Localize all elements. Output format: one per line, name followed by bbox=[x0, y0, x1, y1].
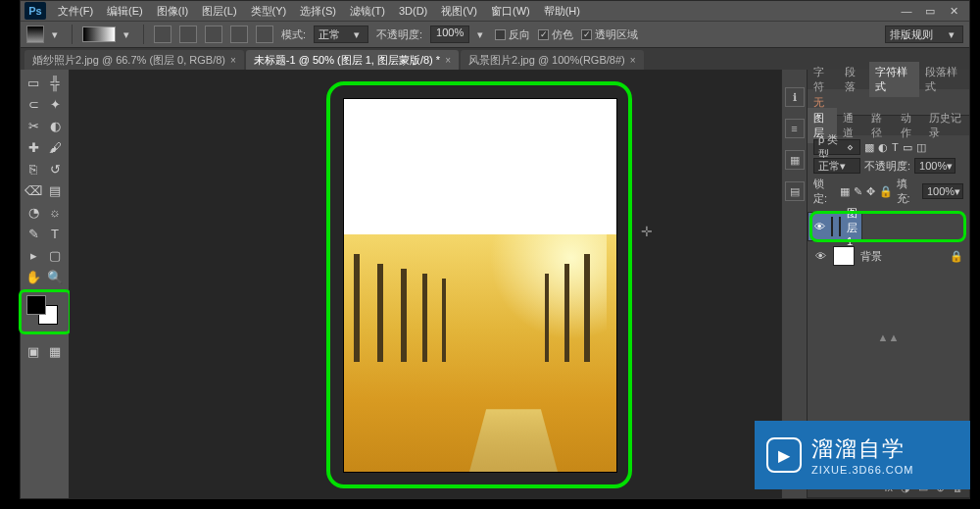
angle-gradient-icon[interactable] bbox=[205, 25, 222, 43]
menu-file[interactable]: 文件(F) bbox=[52, 2, 99, 21]
menu-layer[interactable]: 图层(L) bbox=[196, 2, 242, 21]
eyedropper-tool[interactable]: ◐ bbox=[44, 115, 66, 136]
menu-view[interactable]: 视图(V) bbox=[435, 2, 483, 21]
layer-fill-input[interactable]: 100%▾ bbox=[922, 183, 963, 199]
window-minimize-icon[interactable]: — bbox=[895, 3, 918, 19]
blur-tool[interactable]: ◔ bbox=[23, 201, 44, 223]
crop-tool[interactable]: ✂ bbox=[23, 115, 44, 136]
layout-rule-select[interactable]: 排版规则▾ bbox=[885, 25, 963, 43]
reflected-gradient-icon[interactable] bbox=[230, 25, 248, 43]
diamond-gradient-icon[interactable] bbox=[256, 25, 273, 43]
stamp-tool[interactable]: ⎘ bbox=[23, 158, 44, 179]
chevron-down-icon[interactable]: ▾ bbox=[123, 28, 133, 41]
gradient-preview[interactable] bbox=[82, 26, 116, 42]
chevron-down-icon[interactable]: ▾ bbox=[52, 28, 62, 41]
options-bar: ▾ ▾ 模式: 正常▾ 不透明度: 100% ▾ 反向 ✓仿色 ✓透明区域 排版… bbox=[21, 21, 969, 48]
menu-type[interactable]: 类型(Y) bbox=[245, 2, 293, 21]
filter-shape-icon[interactable]: ▭ bbox=[903, 141, 912, 154]
filter-smart-icon[interactable]: ◫ bbox=[916, 141, 926, 154]
lock-label: 锁定: bbox=[813, 177, 836, 206]
opacity-label: 不透明度: bbox=[864, 159, 910, 174]
color-swatches[interactable] bbox=[23, 293, 67, 332]
center-marker-icon: ✛ bbox=[641, 224, 653, 239]
hand-tool[interactable]: ✋ bbox=[23, 266, 44, 287]
path-select-tool[interactable]: ▸ bbox=[23, 244, 44, 266]
fill-label: 填充: bbox=[897, 177, 919, 206]
menu-help[interactable]: 帮助(H) bbox=[538, 2, 586, 21]
healing-tool[interactable]: ✚ bbox=[23, 136, 44, 158]
play-icon: ▶ bbox=[766, 437, 802, 473]
mode-select[interactable]: 正常▾ bbox=[314, 25, 368, 43]
info-panel-icon[interactable]: ℹ bbox=[785, 87, 805, 107]
close-icon[interactable]: × bbox=[230, 55, 236, 66]
move-tool[interactable]: ╬ bbox=[44, 72, 66, 93]
gradient-tool[interactable]: ▤ bbox=[44, 179, 66, 201]
lock-trans-icon[interactable]: ▦ bbox=[840, 185, 850, 198]
window-maximize-icon[interactable]: ▭ bbox=[918, 3, 942, 19]
menu-select[interactable]: 选择(S) bbox=[294, 2, 342, 21]
lock-pixels-icon[interactable]: ✎ bbox=[854, 185, 862, 198]
foreground-color-swatch[interactable] bbox=[26, 295, 46, 315]
blend-mode-select[interactable]: 正常▾ bbox=[813, 158, 860, 174]
menu-3d[interactable]: 3D(D) bbox=[393, 3, 433, 19]
pen-tool[interactable]: ✎ bbox=[23, 223, 44, 244]
magic-wand-tool[interactable]: ✦ bbox=[44, 93, 66, 115]
layer-thumbnail[interactable] bbox=[831, 217, 833, 236]
shape-tool[interactable]: ▢ bbox=[44, 244, 66, 266]
dodge-tool[interactable]: ☼ bbox=[44, 201, 66, 223]
layer-thumbnail[interactable] bbox=[833, 246, 855, 266]
lasso-tool[interactable]: ⊂ bbox=[23, 93, 44, 115]
close-icon[interactable]: × bbox=[630, 55, 636, 66]
document-tab[interactable]: 风景图片2.jpg @ 100%(RGB/8#)× bbox=[461, 50, 644, 70]
chevron-down-icon[interactable]: ▾ bbox=[477, 28, 487, 41]
lock-position-icon[interactable]: ✥ bbox=[866, 185, 875, 198]
lock-all-icon[interactable]: 🔒 bbox=[879, 185, 893, 198]
window-close-icon[interactable]: ✕ bbox=[942, 3, 965, 19]
menu-filter[interactable]: 滤镜(T) bbox=[344, 2, 391, 21]
marquee-tool[interactable]: ▭ bbox=[23, 72, 44, 93]
filter-pixel-icon[interactable]: ▩ bbox=[864, 141, 874, 154]
type-tool[interactable]: T bbox=[44, 223, 66, 244]
transparency-checkbox[interactable]: ✓透明区域 bbox=[581, 27, 638, 42]
reverse-checkbox[interactable]: 反向 bbox=[495, 27, 530, 42]
mode-label: 模式: bbox=[281, 27, 306, 42]
opacity-input[interactable]: 100% bbox=[430, 25, 469, 43]
filter-type-icon[interactable]: T bbox=[892, 141, 899, 153]
zoom-tool[interactable]: 🔍 bbox=[44, 266, 66, 287]
lock-icon: 🔒 bbox=[950, 250, 963, 263]
tab-paragraph[interactable]: 段落 bbox=[839, 62, 870, 97]
decorative-icon: ▲▲ bbox=[808, 331, 969, 343]
close-icon[interactable]: × bbox=[445, 55, 451, 66]
layer-kind-filter[interactable]: ρ 类型⋄ bbox=[813, 139, 860, 155]
quickmask-toggle[interactable]: ▣ bbox=[23, 340, 44, 362]
layer-name[interactable]: 背景 bbox=[860, 249, 882, 264]
layer-opacity-input[interactable]: 100%▾ bbox=[914, 158, 956, 174]
layer-row[interactable]: 👁 背景 🔒 bbox=[808, 241, 969, 271]
tab-para-style[interactable]: 段落样式 bbox=[919, 62, 969, 97]
tab-char-style[interactable]: 字符样式 bbox=[869, 62, 919, 97]
gradient-tool-icon[interactable] bbox=[26, 25, 44, 43]
brush-tool[interactable]: 🖌 bbox=[44, 136, 66, 158]
menu-window[interactable]: 窗口(W) bbox=[485, 2, 536, 21]
eraser-tool[interactable]: ⌫ bbox=[23, 179, 44, 201]
menu-bar: Ps 文件(F) 编辑(E) 图像(I) 图层(L) 类型(Y) 选择(S) 滤… bbox=[21, 1, 969, 21]
radial-gradient-icon[interactable] bbox=[179, 25, 197, 43]
dither-checkbox[interactable]: ✓仿色 bbox=[538, 27, 573, 42]
menu-edit[interactable]: 编辑(E) bbox=[101, 2, 149, 21]
visibility-toggle-icon[interactable]: 👁 bbox=[813, 250, 827, 262]
toolbox: ▭ ╬ ⊂ ✦ ✂ ◐ ✚ 🖌 ⎘ ↺ ⌫ ▤ ◔ ☼ ✎ T ▸ ▢ ✋ 🔍 bbox=[21, 70, 70, 498]
filter-adjust-icon[interactable]: ◐ bbox=[878, 141, 888, 154]
styles-panel-icon[interactable]: ▤ bbox=[785, 181, 805, 201]
tab-character[interactable]: 字符 bbox=[808, 62, 839, 97]
canvas-area[interactable]: ✛ bbox=[70, 70, 781, 498]
screenmode-toggle[interactable]: ▦ bbox=[44, 340, 66, 362]
document-tab[interactable]: 未标题-1 @ 50% (图层 1, 图层蒙版/8) *× bbox=[246, 50, 459, 70]
watermark-title: 溜溜自学 bbox=[811, 434, 913, 464]
watermark: ▶ 溜溜自学 ZIXUE.3D66.COM bbox=[755, 421, 970, 489]
ruler-panel-icon[interactable]: ≡ bbox=[785, 119, 805, 138]
history-brush-tool[interactable]: ↺ bbox=[44, 158, 66, 179]
swatches-panel-icon[interactable]: ▦ bbox=[785, 150, 805, 170]
linear-gradient-icon[interactable] bbox=[154, 25, 172, 43]
document-tab[interactable]: 婚纱照片2.jpg @ 66.7% (图层 0, RGB/8)× bbox=[24, 50, 244, 70]
menu-image[interactable]: 图像(I) bbox=[151, 2, 194, 21]
